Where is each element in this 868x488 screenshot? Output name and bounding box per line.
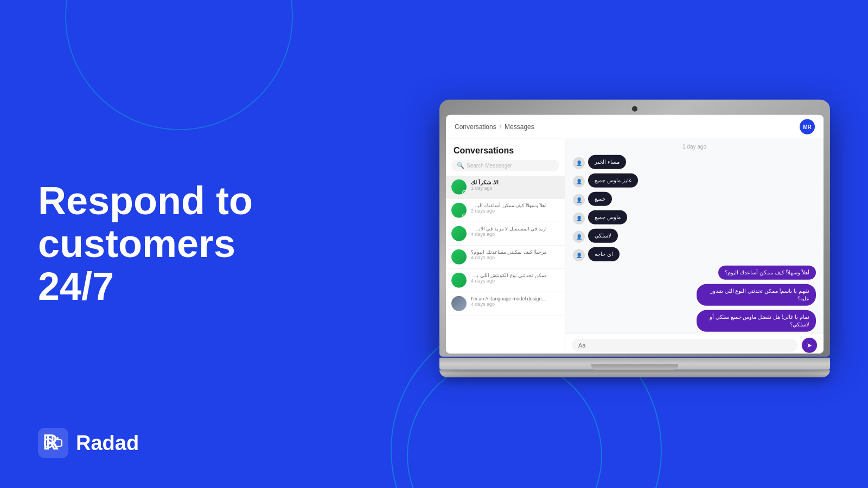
message-row: تمام يا غالي! هل تفضل ماوس جميع سلكي أو … [573,310,816,332]
conv-time: 4 days ago [471,301,559,307]
sidebar: Conversations 🔍 Search Messenger ا [446,139,565,354]
bot-avatar: 👤 [573,157,585,169]
bot-avatar: 👤 [573,213,585,224]
message-bubble: مساء الخير [588,155,626,169]
conv-time: 4 days ago [471,232,559,237]
list-item[interactable]: ممكن تحدثني نوع الكونتش اللي بجدور عليه؟… [446,269,565,292]
chat-date: 1 day ago [565,139,824,152]
bot-avatar: 👤 [573,194,585,206]
conv-preview: أهلاً وسهلاً! كيف ممكن أساعدك اليوم؟ [471,203,547,208]
message-row: أهلاً وسهلاً! كيف ممكن أساعدك اليوم؟ [573,266,816,280]
messages-container: 👤 مساء الخير 👤 غايز ماوس جميع 👤 جميع [565,152,824,333]
search-placeholder-text: Search Messenger [467,163,512,169]
message-bubble: جميع [588,192,612,206]
conv-time: 4 days ago [471,255,559,260]
hero-line1: Respond to [38,179,253,222]
hero-section: Respond to customers 24/7 [38,179,309,309]
conv-avatar [451,296,467,311]
laptop-screen: Conversations / Messages MR Conversation… [446,115,824,354]
conv-preview: ممكن تحدثني نوع الكونتش اللي بجدور عليه؟ [471,273,547,278]
conv-avatar [451,226,467,241]
laptop-screen-outer: Conversations / Messages MR Conversation… [439,100,830,357]
message-bubble: غايز ماوس جميع [588,174,638,188]
message-bubble: نفهم يا باسم! ممكن تحدثني النوع اللي بتن… [697,284,816,306]
conv-avatar [451,249,467,265]
conv-info: الا. شكراً لك 1 day ago [471,179,559,191]
breadcrumb-conversations: Conversations [455,123,496,131]
list-item[interactable]: أريد في المستقبل لا مزيد في الاتصال من 4… [446,222,565,246]
message-row: 👤 ماوس جميع [573,210,816,224]
conv-time: 1 day ago [471,185,559,191]
laptop: Conversations / Messages MR Conversation… [439,100,830,377]
search-icon: 🔍 [457,162,464,169]
conv-info: I'm an AI language model designed ... 4 … [471,296,559,307]
hero-text: Respond to customers 24/7 [38,179,309,309]
online-dot [462,190,467,195]
laptop-camera [632,106,637,112]
list-item[interactable]: مرحباً! كيف يمكنني مساعدتك اليوم؟ 4 days… [446,246,565,269]
message-bubble: أهلاً وسهلاً! كيف ممكن أساعدك اليوم؟ [718,266,816,280]
conv-time: 2 days ago [471,208,559,214]
message-bubble: اي حاجه [588,247,620,261]
conv-avatar [451,203,467,218]
hero-line2: customers 24/7 [38,222,235,308]
app-body: Conversations 🔍 Search Messenger ا [446,139,824,354]
breadcrumb: Conversations / Messages [455,123,534,131]
conv-info: أهلاً وسهلاً! كيف ممكن أساعدك اليوم؟ 2 d… [471,203,559,214]
message-row: نفهم يا باسم! ممكن تحدثني النوع اللي بتن… [573,284,816,306]
conv-info: ممكن تحدثني نوع الكونتش اللي بجدور عليه؟… [471,273,559,284]
svg-point-3 [47,441,50,445]
message-bubble: ماوس جميع [588,210,627,224]
bot-avatar: 👤 [573,231,585,243]
chat-input[interactable] [572,339,797,352]
online-dot [462,214,467,218]
send-button[interactable]: ➤ [802,338,817,353]
conv-preview: I'm an AI language model designed ... [471,296,547,301]
chat-area: 1 day ago 👤 مساء الخير 👤 غايز ماوس جميع [565,139,824,354]
laptop-stand [439,370,830,377]
deco-circle-top [65,0,293,130]
app-header: Conversations / Messages MR [446,115,824,139]
conv-info: مرحباً! كيف يمكنني مساعدتك اليوم؟ 4 days… [471,249,559,260]
conv-info: أريد في المستقبل لا مزيد في الاتصال من 4… [471,226,559,237]
breadcrumb-separator: / [500,123,501,131]
conv-preview: أريد في المستقبل لا مزيد في الاتصال من [471,226,547,232]
chat-input-bar: ➤ [565,333,824,354]
list-item[interactable]: الا. شكراً لك 1 day ago [446,176,565,199]
conv-avatar [451,179,467,195]
conversation-list: الا. شكراً لك 1 day ago أهلاً وسهلاً! كي… [446,176,565,316]
logo: ℝ Radad [38,428,139,458]
breadcrumb-messages: Messages [505,123,534,131]
conv-time: 4 days ago [471,278,559,284]
laptop-base [439,358,830,370]
list-item[interactable]: I'm an AI language model designed ... 4 … [446,292,565,316]
bot-avatar: 👤 [573,176,585,188]
user-avatar: MR [800,119,815,134]
message-row: 👤 اي حاجه [573,247,816,261]
svg-point-6 [56,437,59,439]
deco-circle-br2 [407,358,602,488]
conv-name: الا. شكراً لك [471,179,559,185]
sidebar-title: Conversations [446,139,565,160]
message-bubble: لاسلكي [588,229,618,243]
list-item[interactable]: أهلاً وسهلاً! كيف ممكن أساعدك اليوم؟ 2 d… [446,199,565,222]
search-box[interactable]: 🔍 Search Messenger [451,160,559,171]
conv-preview: مرحباً! كيف يمكنني مساعدتك اليوم؟ [471,249,547,255]
conv-avatar [451,273,467,288]
message-row: 👤 غايز ماوس جميع [573,174,816,188]
logo-text: Radad [76,432,139,455]
message-row: 👤 لاسلكي [573,229,816,243]
bot-avatar: 👤 [573,249,585,261]
message-row: 👤 مساء الخير [573,155,816,169]
message-row: 👤 جميع [573,192,816,206]
message-bubble: تمام يا غالي! هل تفضل ماوس جميع سلكي أو … [697,310,816,332]
radad-logo-icon: ℝ [38,428,68,458]
